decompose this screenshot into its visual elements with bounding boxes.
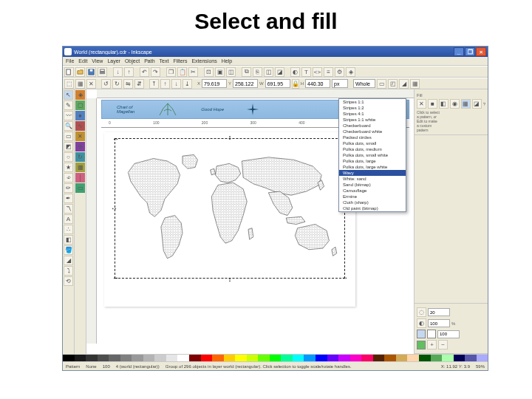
copy-button[interactable]: ❐: [166, 67, 176, 77]
snap-intersect-button[interactable]: ✕: [75, 132, 85, 141]
new-button[interactable]: [64, 67, 74, 77]
export-button[interactable]: ↑: [124, 67, 134, 77]
spray-tool[interactable]: ∴: [64, 225, 73, 234]
palette-swatch[interactable]: [431, 355, 443, 361]
palette-swatch[interactable]: [361, 355, 373, 361]
menu-file[interactable]: File: [66, 58, 74, 64]
redo-button[interactable]: ↷: [151, 67, 160, 77]
menu-view[interactable]: View: [92, 58, 103, 64]
pattern-item[interactable]: Old paint (bitmap): [339, 205, 406, 211]
print-button[interactable]: [98, 67, 107, 77]
prefs-button[interactable]: ⚙: [335, 67, 344, 77]
handle-ml[interactable]: ↔: [111, 205, 117, 211]
flip-h-button[interactable]: ⇋: [123, 79, 133, 89]
calligraphy-tool[interactable]: 〽: [64, 204, 73, 214]
eraser-tool[interactable]: ◧: [64, 235, 73, 245]
palette-swatch[interactable]: [120, 355, 132, 361]
palette-swatch[interactable]: [75, 355, 86, 361]
snap-rotation-button[interactable]: ↻: [75, 152, 85, 162]
affect-corner-button[interactable]: ◰: [388, 79, 398, 89]
pattern-item[interactable]: Stripes 1:1: [339, 99, 406, 105]
palette-swatch[interactable]: [166, 355, 178, 361]
text-tool[interactable]: A: [64, 214, 73, 224]
palette-swatch[interactable]: [338, 355, 350, 361]
zoom-preset[interactable]: Whole: [353, 79, 375, 88]
pencil-tool[interactable]: ✏: [64, 183, 73, 193]
palette-swatch[interactable]: [293, 355, 304, 361]
fill-stroke-button[interactable]: ◐: [290, 67, 300, 77]
palette-swatch[interactable]: [132, 355, 143, 361]
snap-center-button[interactable]: ⊕: [75, 142, 85, 151]
palette-swatch[interactable]: [143, 355, 155, 361]
affect-pattern-button[interactable]: ▦: [410, 79, 420, 89]
cut-button[interactable]: ✂: [188, 67, 198, 77]
pattern-item[interactable]: Polka dots, small white: [339, 152, 406, 158]
palette-swatch[interactable]: [212, 355, 224, 361]
pen-tool[interactable]: ✒: [64, 194, 73, 203]
close-button[interactable]: ×: [476, 47, 486, 56]
palette-swatch[interactable]: [350, 355, 362, 361]
palette-swatch[interactable]: [201, 355, 213, 361]
palette-swatch[interactable]: [442, 355, 454, 361]
maximize-button[interactable]: ❐: [465, 47, 475, 56]
connector-tool[interactable]: ⟲: [64, 276, 73, 286]
layer-add-button[interactable]: +: [427, 340, 437, 349]
zoom-tool[interactable]: 🔍: [64, 121, 73, 131]
pattern-item[interactable]: Sand (bitmap): [339, 182, 406, 188]
palette-swatch[interactable]: [247, 355, 259, 361]
pattern-item-selected[interactable]: Wavy: [339, 170, 406, 176]
menu-layer[interactable]: Layer: [107, 58, 120, 64]
palette-swatch[interactable]: [396, 355, 408, 361]
snap-grid-button[interactable]: ▦: [75, 163, 85, 172]
snap-page-button[interactable]: ▭: [75, 183, 85, 193]
import-button[interactable]: ↓: [113, 67, 123, 77]
menu-filters[interactable]: Filters: [173, 58, 187, 64]
palette-swatch[interactable]: [154, 355, 166, 361]
palette-swatch[interactable]: [258, 355, 270, 361]
pattern-item[interactable]: Polka dots, large: [339, 158, 406, 164]
snap-guide-button[interactable]: │: [75, 173, 85, 183]
minimize-button[interactable]: _: [454, 47, 464, 56]
doc-prefs-button[interactable]: ◈: [346, 67, 355, 77]
palette-swatch[interactable]: [407, 355, 419, 361]
green-swatch[interactable]: [417, 341, 426, 349]
zoom-sel-button[interactable]: ◫: [226, 67, 236, 77]
paste-button[interactable]: 📋: [177, 67, 187, 77]
bucket-tool[interactable]: 🪣: [64, 245, 73, 255]
clone-button[interactable]: ⎘: [253, 67, 262, 77]
palette-swatch[interactable]: [109, 355, 120, 361]
raise-button[interactable]: ↑: [160, 79, 170, 89]
tweak-tool[interactable]: 〰: [64, 111, 73, 120]
pattern-dropdown[interactable]: Stripes 1:1 Stripes 1:2 Stripes 4:1 Stri…: [338, 98, 406, 212]
palette-swatch[interactable]: [465, 355, 477, 361]
status-zoom[interactable]: 59%: [476, 364, 485, 369]
palette-swatch[interactable]: [189, 355, 201, 361]
save-button[interactable]: [86, 67, 96, 77]
pattern-item[interactable]: Polka dots, large white: [339, 164, 406, 170]
pattern-item[interactable]: Camouflage: [339, 188, 406, 194]
fill-swatch[interactable]: [417, 330, 426, 338]
zoom-page-button[interactable]: ▣: [215, 67, 225, 77]
menu-extensions[interactable]: Extensions: [191, 58, 216, 64]
rotate-ccw-button[interactable]: ↺: [101, 79, 111, 89]
lock-aspect-button[interactable]: 🔒: [292, 79, 299, 89]
pattern-item[interactable]: Checkerboard: [339, 123, 406, 129]
palette-swatch[interactable]: [327, 355, 339, 361]
h-field[interactable]: 440.30: [305, 79, 330, 88]
pattern-item[interactable]: Stripes 4:1: [339, 111, 406, 117]
pattern-item[interactable]: Stripes 1:2: [339, 105, 406, 111]
stroke-swatch[interactable]: [427, 330, 436, 338]
open-button[interactable]: [75, 67, 85, 77]
lower-button[interactable]: ↓: [171, 79, 181, 89]
text-dialog-button[interactable]: T: [301, 67, 311, 77]
blur-spinner[interactable]: 20: [428, 308, 450, 316]
lower-bottom-button[interactable]: ⤓: [183, 79, 192, 89]
select-layers-button[interactable]: ▦: [75, 79, 85, 89]
palette-swatch[interactable]: [281, 355, 293, 361]
palette-swatch[interactable]: [177, 355, 189, 361]
opacity-spinner[interactable]: 100: [428, 319, 450, 327]
handle-tl[interactable]: ↔: [112, 136, 118, 142]
palette-swatch[interactable]: [454, 355, 466, 361]
w-field[interactable]: 691.95: [265, 79, 290, 88]
selector-tool[interactable]: ↖: [64, 90, 73, 100]
